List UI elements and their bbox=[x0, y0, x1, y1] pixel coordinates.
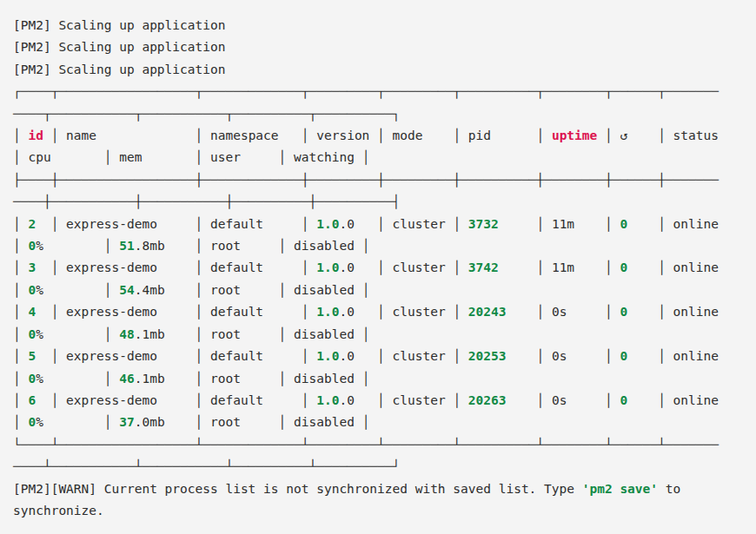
cell-separator: │ bbox=[377, 393, 385, 407]
cell-separator: │ bbox=[13, 283, 21, 297]
mode-value: cluster bbox=[385, 393, 454, 407]
namespace-value: default bbox=[202, 305, 302, 319]
cell-separator: │ bbox=[377, 260, 385, 274]
pm2-info-line: [PM2] Scaling up application bbox=[13, 36, 720, 58]
cell-separator: │ bbox=[13, 239, 21, 253]
mode-value: cluster bbox=[385, 217, 454, 231]
name-value: express-demo bbox=[58, 305, 195, 319]
name-value: express-demo bbox=[58, 260, 195, 274]
cell-separator: │ bbox=[658, 129, 666, 142]
process-row: │ 4 │ express-demo │ default │ 1.0.0 │ c… bbox=[13, 301, 720, 346]
cell-separator: │ bbox=[377, 129, 385, 142]
process-row: │ 3 │ express-demo │ default │ 1.0.0 │ c… bbox=[13, 257, 720, 301]
mem-value: 46 bbox=[112, 372, 135, 386]
cell-separator: │ bbox=[605, 217, 613, 231]
table-top-border: ┌────┬──────────────────┬─────────────┬─… bbox=[13, 84, 719, 120]
cell-separator: │ bbox=[605, 305, 613, 319]
cell-separator: │ bbox=[196, 129, 203, 142]
cell-separator: │ bbox=[104, 239, 112, 253]
uptime-value: 11m bbox=[544, 260, 605, 274]
cell-separator: │ bbox=[196, 150, 203, 164]
pm2-save-command: 'pm2 save' bbox=[582, 482, 658, 496]
version-value: .0 bbox=[339, 393, 377, 407]
mem-value: 54 bbox=[112, 283, 135, 297]
cell-separator: │ bbox=[605, 393, 613, 407]
cell-separator: │ bbox=[536, 217, 544, 231]
cell-separator: │ bbox=[302, 260, 309, 274]
cpu-value: 0 bbox=[21, 415, 36, 429]
namespace-value: default bbox=[202, 349, 302, 363]
mem-value: .1mb bbox=[135, 327, 196, 341]
uptime-value: 11m bbox=[544, 217, 605, 231]
cell-separator: │ bbox=[13, 349, 21, 363]
table-header-row: │ id │ name │ namespace │ version │ mode… bbox=[13, 125, 720, 169]
name-header: name bbox=[58, 129, 195, 142]
version-value: 1.0 bbox=[309, 260, 340, 274]
pm2-info-text: [PM2] Scaling up application bbox=[13, 18, 225, 32]
cell-separator: │ bbox=[536, 349, 544, 363]
cell-separator: │ bbox=[453, 349, 461, 363]
cell-separator: │ bbox=[104, 415, 112, 429]
watching-value: disabled bbox=[286, 239, 361, 253]
cell-separator: │ bbox=[377, 349, 385, 363]
cell-separator: │ bbox=[13, 393, 21, 407]
cell-separator: │ bbox=[658, 393, 666, 407]
pm2-info-line: [PM2] Scaling up application bbox=[13, 59, 720, 81]
process-row: │ 5 │ express-demo │ default │ 1.0.0 │ c… bbox=[13, 346, 720, 390]
cell-separator: │ bbox=[13, 260, 21, 274]
user-value: root bbox=[202, 415, 278, 429]
watching-value: disabled bbox=[286, 327, 361, 341]
terminal-output: [PM2] Scaling up application[PM2] Scalin… bbox=[0, 0, 720, 522]
cell-separator: │ bbox=[453, 129, 461, 142]
status-value: online bbox=[666, 260, 749, 274]
pid-value: 3742 bbox=[461, 260, 536, 274]
cell-separator: │ bbox=[605, 260, 613, 274]
mem-value: 37 bbox=[112, 415, 135, 429]
watching-value: disabled bbox=[286, 415, 361, 429]
cell-separator: │ bbox=[13, 305, 21, 319]
cell-separator: │ bbox=[196, 239, 203, 253]
status-value: online bbox=[666, 393, 749, 407]
cell-separator: │ bbox=[104, 150, 112, 164]
pm2-info-line: [PM2] Scaling up application bbox=[13, 15, 720, 36]
status-header: status bbox=[666, 129, 749, 142]
mem-value: .0mb bbox=[135, 415, 196, 429]
warning-text: [PM2][WARN] Current process list is not … bbox=[13, 482, 582, 496]
mode-value: cluster bbox=[385, 260, 454, 274]
cell-separator: │ bbox=[362, 327, 370, 341]
uptime-header: uptime bbox=[544, 129, 605, 142]
namespace-header: namespace bbox=[202, 129, 302, 142]
process-row: │ 6 │ express-demo │ default │ 1.0.0 │ c… bbox=[13, 390, 720, 434]
cell-separator: │ bbox=[196, 349, 203, 363]
cell-separator: │ bbox=[536, 393, 544, 407]
cpu-value: 0 bbox=[21, 372, 36, 386]
mode-header: mode bbox=[385, 129, 454, 142]
name-value: express-demo bbox=[58, 217, 195, 231]
restarts-value: 0 bbox=[613, 393, 658, 407]
version-header: version bbox=[309, 129, 378, 142]
version-value: 1.0 bbox=[309, 217, 340, 231]
table-separator: ├────┼──────────────────┼─────────────┼─… bbox=[13, 173, 719, 208]
cell-separator: │ bbox=[605, 129, 613, 142]
cell-separator: │ bbox=[658, 305, 666, 319]
cell-separator: │ bbox=[302, 217, 309, 231]
cell-separator: │ bbox=[196, 305, 203, 319]
cell-separator: │ bbox=[536, 129, 544, 142]
cpu-header: cpu bbox=[21, 150, 104, 164]
uptime-value: 0s bbox=[544, 305, 605, 319]
mem-value: .8mb bbox=[135, 239, 196, 253]
mem-value: .4mb bbox=[135, 283, 196, 297]
cell-separator: │ bbox=[13, 415, 21, 429]
cell-separator: │ bbox=[658, 217, 666, 231]
cell-separator: │ bbox=[453, 393, 461, 407]
namespace-value: default bbox=[202, 217, 302, 231]
cell-separator: │ bbox=[302, 393, 309, 407]
cell-separator: │ bbox=[536, 260, 544, 274]
user-value: root bbox=[202, 372, 278, 386]
version-value: 1.0 bbox=[309, 305, 340, 319]
cell-separator: │ bbox=[362, 415, 370, 429]
name-value: express-demo bbox=[58, 393, 195, 407]
mode-value: cluster bbox=[385, 305, 454, 319]
cell-separator: │ bbox=[196, 283, 203, 297]
version-value: 1.0 bbox=[309, 349, 340, 363]
